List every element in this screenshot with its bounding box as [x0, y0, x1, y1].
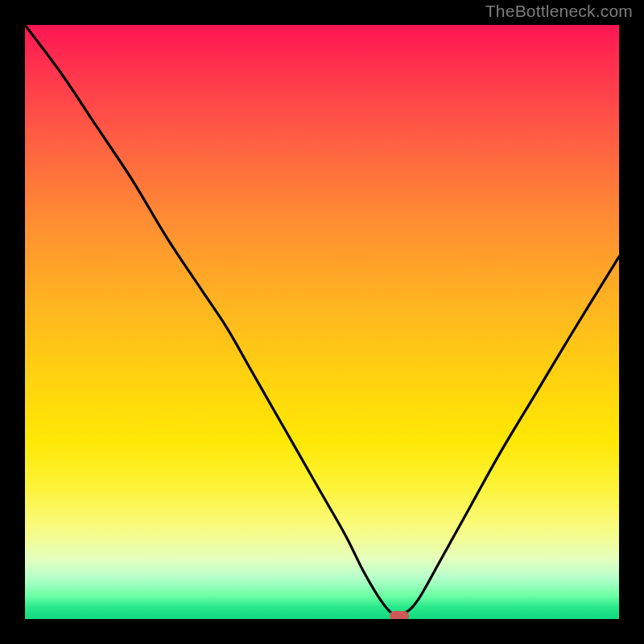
gradient-background [25, 25, 619, 619]
watermark-text: TheBottleneck.com [485, 2, 633, 21]
plot-area [25, 25, 619, 619]
chart-frame: TheBottleneck.com [0, 0, 644, 644]
